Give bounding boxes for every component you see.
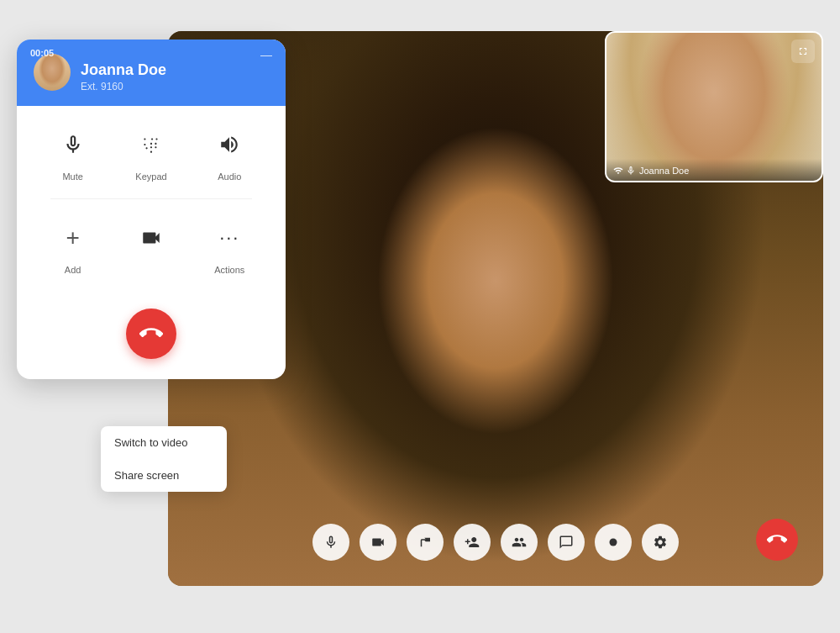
- phone-end-icon: [767, 530, 787, 550]
- caller-ext: Ext. 9160: [81, 81, 269, 92]
- expand-icon: [797, 45, 809, 57]
- mute-icon-circle: [51, 123, 95, 166]
- video-share-button[interactable]: [407, 524, 444, 561]
- audio-control[interactable]: Audio: [202, 123, 256, 182]
- add-icon-circle: +: [51, 216, 95, 260]
- keypad-icon: [140, 134, 162, 156]
- svg-point-0: [610, 538, 617, 546]
- scene: Joanna Doe 00:05 — Joanna Doe Ext. 9160: [17, 14, 823, 620]
- caller-info: Joanna Doe Ext. 9160: [81, 61, 269, 92]
- share-screen-item[interactable]: Share screen: [101, 459, 227, 492]
- video-icon: [140, 227, 162, 249]
- phone-hangup-icon: [139, 322, 163, 346]
- record-icon: [606, 535, 621, 550]
- minimize-button[interactable]: —: [260, 48, 272, 61]
- caller-name: Joanna Doe: [81, 61, 269, 79]
- participants-icon: [512, 535, 527, 550]
- video-record-button[interactable]: [595, 524, 632, 561]
- end-call-button[interactable]: [126, 309, 176, 359]
- audio-label: Audio: [218, 171, 241, 182]
- video-participants-button[interactable]: [501, 524, 538, 561]
- mic-icon: [323, 535, 339, 550]
- camera-icon: [370, 535, 386, 550]
- call-controls: Mute Keypad Audio: [17, 106, 286, 275]
- more-icon-circle: ···: [207, 216, 251, 260]
- audio-icon-circle: [207, 123, 251, 166]
- chat-icon: [559, 535, 574, 550]
- more-control[interactable]: ··· Actions: [202, 216, 256, 275]
- video-add-user-button[interactable]: [454, 524, 491, 561]
- pip-video: Joanna Doe: [605, 31, 823, 182]
- call-timer: 00:05: [30, 48, 54, 58]
- pip-expand-button[interactable]: [791, 40, 815, 63]
- controls-row-2: + Add Video ··· Actions: [34, 199, 269, 275]
- switch-to-video-item[interactable]: Switch to video: [101, 426, 227, 459]
- video-mic-button[interactable]: [312, 524, 349, 561]
- keypad-icon-circle: [129, 123, 173, 166]
- controls-row-1: Mute Keypad Audio: [34, 123, 269, 182]
- video-camera-button[interactable]: [360, 524, 396, 561]
- video-end-call-button[interactable]: [756, 519, 798, 561]
- pip-name-bar: Joanna Doe: [606, 159, 822, 181]
- add-control[interactable]: + Add: [46, 216, 100, 275]
- caller-avatar: [34, 54, 71, 91]
- video-settings-button[interactable]: [642, 524, 679, 561]
- audio-icon: [218, 134, 240, 156]
- add-user-icon: [465, 535, 480, 550]
- actions-label: Actions: [214, 265, 244, 275]
- video-controls-bar: [168, 524, 823, 561]
- dropdown-menu: Switch to video Share screen: [101, 426, 227, 492]
- pip-signal-icons: [613, 166, 636, 176]
- pip-signal-icon: [613, 166, 623, 176]
- pip-caller-name: Joanna Doe: [639, 166, 689, 176]
- avatar-face: [34, 54, 71, 91]
- video-icon-circle: [129, 216, 173, 260]
- call-widget: 00:05 — Joanna Doe Ext. 9160 Mute: [17, 40, 286, 379]
- pip-mic-icon: [626, 166, 636, 176]
- add-label: Add: [65, 265, 81, 275]
- call-header: 00:05 — Joanna Doe Ext. 9160: [17, 40, 286, 106]
- mute-label: Mute: [62, 171, 82, 182]
- mute-control[interactable]: Mute: [46, 123, 100, 182]
- mute-icon: [62, 134, 84, 156]
- keypad-label: Keypad: [135, 171, 166, 182]
- end-call-area: [17, 292, 286, 379]
- settings-icon: [653, 535, 668, 550]
- share-icon: [417, 535, 433, 550]
- video-control[interactable]: Video: [124, 216, 178, 275]
- keypad-control[interactable]: Keypad: [124, 123, 178, 182]
- video-chat-button[interactable]: [548, 524, 585, 561]
